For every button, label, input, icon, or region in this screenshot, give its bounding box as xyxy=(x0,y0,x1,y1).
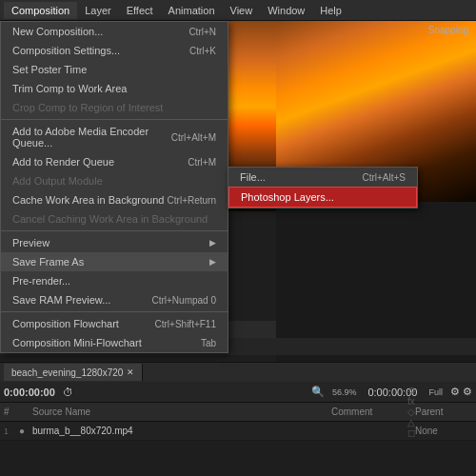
save-frame-as-submenu: File... Ctrl+Alt+S Photoshop Layers... xyxy=(228,167,418,208)
add-render-shortcut: Ctrl+M xyxy=(188,157,216,168)
fps-icon[interactable]: ⏱ xyxy=(63,387,73,398)
row-parent: None xyxy=(415,426,472,436)
header-parent: Parent xyxy=(415,407,472,417)
set-poster-label: Set Poster Time xyxy=(12,64,87,75)
photoshop-layers-label: Photoshop Layers... xyxy=(241,191,334,203)
composition-tab[interactable]: beach_evening_1280x720 ✕ xyxy=(4,364,143,381)
pre-render-label: Pre-render... xyxy=(12,275,70,287)
menu-composition[interactable]: Composition xyxy=(4,2,77,19)
menu-add-render-queue[interactable]: Add to Render Queue Ctrl+M xyxy=(1,152,228,171)
preview-label: Preview xyxy=(12,237,50,248)
flowchart-shortcut: Ctrl+Shift+F11 xyxy=(155,319,216,329)
header-comment: Comment xyxy=(331,407,407,417)
time-display: 0:00:00:00 xyxy=(4,387,55,398)
tab-label: beach_evening_1280x720 xyxy=(11,367,123,378)
menu-layer[interactable]: Layer xyxy=(77,2,119,19)
menu-save-frame-as[interactable]: Save Frame As xyxy=(1,252,228,271)
header-num: # xyxy=(4,407,19,417)
menu-bar: Composition Layer Effect Animation View … xyxy=(0,0,476,21)
zoom-icon[interactable]: 🔍 xyxy=(311,386,325,398)
tab-bar: beach_evening_1280x720 ✕ xyxy=(0,363,476,382)
menu-window[interactable]: Window xyxy=(260,2,312,19)
save-ram-label: Save RAM Preview... xyxy=(12,294,110,306)
save-file-label: File... xyxy=(240,171,266,183)
render-icons: ⚙ ⚙ xyxy=(450,386,472,398)
quality-label: Full xyxy=(428,387,443,397)
save-frame-as-label: Save Frame As xyxy=(12,256,84,268)
comp-settings-label: Composition Settings... xyxy=(12,45,120,56)
cache-work-label: Cache Work Area in Background xyxy=(12,194,164,206)
tab-close-icon[interactable]: ✕ xyxy=(127,367,134,377)
menu-new-composition[interactable]: New Composition... Ctrl+N xyxy=(1,22,228,41)
trim-comp-label: Trim Comp to Work Area xyxy=(12,83,127,94)
save-ram-shortcut: Ctrl+Numpad 0 xyxy=(151,295,216,306)
save-file-shortcut: Ctrl+Alt+S xyxy=(362,172,406,183)
menu-save-ram-preview[interactable]: Save RAM Preview... Ctrl+Numpad 0 xyxy=(1,290,228,309)
row-source-name: burma_b__80x720.mp4 xyxy=(32,426,339,436)
menu-effect[interactable]: Effect xyxy=(119,2,161,19)
bottom-section: beach_evening_1280x720 ✕ 0:00:00:00 ⏱ 🔍 … xyxy=(0,362,476,476)
zoom-value: 56.9% xyxy=(332,387,357,397)
menu-trim-comp[interactable]: Trim Comp to Work Area xyxy=(1,79,228,98)
cancel-caching-label: Cancel Caching Work Area in Background xyxy=(12,213,208,225)
flowchart-label: Composition Flowchart xyxy=(12,318,119,329)
new-comp-label: New Composition... xyxy=(12,26,103,37)
header-icons: ⚙ fx ◇ △ ◻ xyxy=(407,386,415,438)
menu-composition-flowchart[interactable]: Composition Flowchart Ctrl+Shift+F11 xyxy=(1,314,228,333)
menu-pre-render[interactable]: Pre-render... xyxy=(1,271,228,290)
row-number: 1 xyxy=(4,426,19,436)
new-comp-shortcut: Ctrl+N xyxy=(188,27,216,37)
save-file-option[interactable]: File... Ctrl+Alt+S xyxy=(228,168,417,187)
mini-flowchart-shortcut: Tab xyxy=(201,338,216,348)
separator-1 xyxy=(1,119,228,120)
mini-flowchart-label: Composition Mini-Flowchart xyxy=(12,337,142,348)
separator-2 xyxy=(1,230,228,231)
add-render-label: Add to Render Queue xyxy=(12,156,114,168)
menu-animation[interactable]: Animation xyxy=(161,2,223,19)
table-row[interactable]: 1 ● burma_b__80x720.mp4 None xyxy=(0,422,476,441)
menu-mini-flowchart[interactable]: Composition Mini-Flowchart Tab xyxy=(1,333,228,352)
add-media-encoder-label: Add to Adobe Media Encoder Queue... xyxy=(12,126,171,149)
menu-cache-work-area[interactable]: Cache Work Area in Background Ctrl+Retur… xyxy=(1,190,228,209)
menu-comp-settings[interactable]: Composition Settings... Ctrl+K xyxy=(1,41,228,60)
separator-3 xyxy=(1,311,228,312)
add-media-encoder-shortcut: Ctrl+Alt+M xyxy=(171,132,216,143)
save-photoshop-layers-option[interactable]: Photoshop Layers... xyxy=(228,187,417,208)
composition-dropdown: New Composition... Ctrl+N Composition Se… xyxy=(0,21,228,353)
menu-preview[interactable]: Preview xyxy=(1,233,228,252)
menu-cancel-caching: Cancel Caching Work Area in Background xyxy=(1,209,228,228)
comp-settings-shortcut: Ctrl+K xyxy=(189,46,216,56)
menu-set-poster-time[interactable]: Set Poster Time xyxy=(1,60,228,79)
menu-add-output-module: Add Output Module xyxy=(1,171,228,190)
menu-help[interactable]: Help xyxy=(312,2,349,19)
crop-comp-label: Crop Comp to Region of Interest xyxy=(12,102,163,113)
snapping-label: Snapping xyxy=(428,25,468,35)
menu-add-media-encoder[interactable]: Add to Adobe Media Encoder Queue... Ctrl… xyxy=(1,122,228,152)
menu-view[interactable]: View xyxy=(223,2,261,19)
cache-work-shortcut: Ctrl+Return xyxy=(168,195,216,206)
timeline-header: # Source Name Comment ⚙ fx ◇ △ ◻ Parent xyxy=(0,403,476,422)
timeline-controls: 0:00:00:00 ⏱ 🔍 56.9% 0:00:00:00 Full ⚙ ⚙ xyxy=(0,382,476,403)
menu-crop-comp: Crop Comp to Region of Interest xyxy=(1,98,228,117)
row-visibility-icon[interactable]: ● xyxy=(19,426,32,436)
add-output-label: Add Output Module xyxy=(12,175,103,187)
header-source: Source Name xyxy=(32,407,331,417)
